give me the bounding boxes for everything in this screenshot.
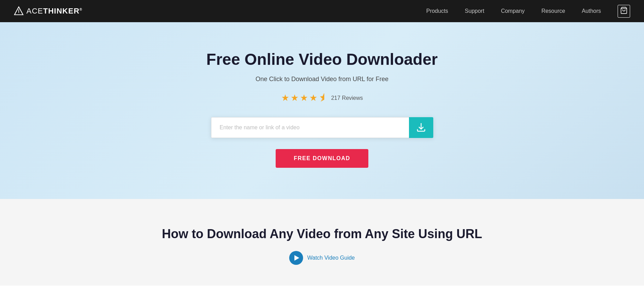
logo-text: ACETHINKER® xyxy=(26,7,82,16)
star-2: ★ xyxy=(291,93,299,103)
play-triangle-icon xyxy=(294,255,299,261)
lower-section: How to Download Any Video from Any Site … xyxy=(0,199,644,286)
how-to-title: How to Download Any Video from Any Site … xyxy=(162,227,482,241)
star-half: ⯨ xyxy=(319,93,328,103)
play-button[interactable] xyxy=(289,251,303,265)
hero-subtitle: One Click to Download Video from URL for… xyxy=(256,76,388,83)
watch-guide-link[interactable]: Watch Video Guide xyxy=(307,255,355,261)
stars-display: ★ ★ ★ ★ ⯨ xyxy=(281,93,328,103)
hero-title: Free Online Video Downloader xyxy=(206,50,437,69)
star-4: ★ xyxy=(309,93,317,103)
rating-row: ★ ★ ★ ★ ⯨ 217 Reviews xyxy=(281,93,363,103)
watch-guide-row: Watch Video Guide xyxy=(289,251,355,265)
cart-icon[interactable] xyxy=(618,5,630,18)
nav-support[interactable]: Support xyxy=(465,8,484,14)
logo-icon xyxy=(14,6,24,16)
logo-area: ACETHINKER® xyxy=(14,6,82,16)
star-3: ★ xyxy=(300,93,308,103)
free-download-button[interactable]: FREE DOWNLOAD xyxy=(276,149,368,168)
nav-company[interactable]: Company xyxy=(501,8,525,14)
download-icon xyxy=(416,123,426,132)
nav-resource[interactable]: Resource xyxy=(541,8,565,14)
hero-section: Free Online Video Downloader One Click t… xyxy=(0,22,644,199)
navbar: ACETHINKER® Products Support Company Res… xyxy=(0,0,644,22)
search-download-button[interactable] xyxy=(409,117,433,138)
nav-authors[interactable]: Authors xyxy=(582,8,601,14)
reviews-count: 217 Reviews xyxy=(331,95,363,101)
nav-products[interactable]: Products xyxy=(426,8,448,14)
star-1: ★ xyxy=(281,93,289,103)
nav-links: Products Support Company Resource Author… xyxy=(426,5,630,18)
search-bar xyxy=(211,117,433,138)
search-input[interactable] xyxy=(211,117,409,138)
